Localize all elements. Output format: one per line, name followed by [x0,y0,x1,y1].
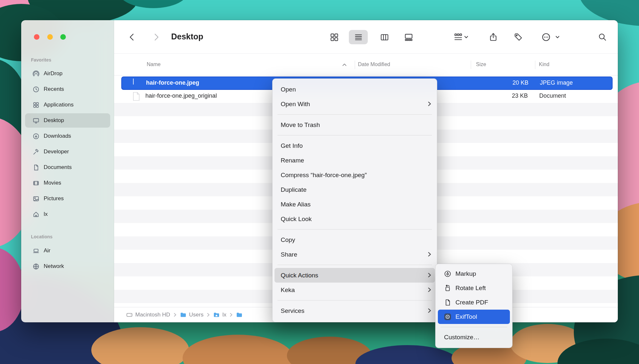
grid-view-button[interactable] [328,31,340,43]
document-file-icon [132,92,140,101]
path-item-home[interactable]: lx [213,312,226,318]
group-button[interactable] [452,31,464,43]
chevron-right-icon [428,252,431,257]
sidebar-item-movies[interactable]: Movies [25,176,110,190]
column-divider [471,61,471,69]
menu-item-share[interactable]: Share [273,247,437,262]
rotate-left-icon [444,285,451,292]
submenu-item-customize[interactable]: Customize… [436,330,512,344]
sidebar-item-label: Network [44,263,64,270]
sidebar-item-label: AirDrop [44,70,63,77]
menu-item-open[interactable]: Open [273,82,437,97]
globe-icon [33,263,39,270]
zoom-button[interactable] [60,34,66,40]
file-name: hair-force-one.jpeg_original [145,90,217,102]
column-header-size[interactable]: Size [476,54,486,75]
share-button[interactable] [487,31,499,43]
path-item-users[interactable]: Users [180,312,203,318]
minimize-button[interactable] [47,34,53,40]
film-icon [33,180,39,187]
gallery-view-button[interactable] [403,31,414,43]
sidebar-item-label: Developer [44,148,69,155]
column-header-kind[interactable]: Kind [539,54,549,75]
group-chevron-down-icon[interactable] [464,31,469,43]
file-kind: JPEG image [540,77,573,89]
menu-item-make-alias[interactable]: Make Alias [273,197,437,212]
sidebar-item-network[interactable]: Network [25,259,110,273]
sidebar-item-recents[interactable]: Recents [25,82,110,96]
sidebar-item-developer[interactable]: Developer [25,145,110,159]
image-thumbnail [133,79,134,85]
chevron-right-icon [428,102,431,106]
sidebar-item-label: Desktop [44,117,64,124]
sidebar-item-label: lx [44,211,48,217]
submenu-item-create-pdf[interactable]: Create PDF [436,295,512,310]
submenu-item-exiftool[interactable]: ExifTool [438,310,510,324]
airdrop-icon [33,70,39,77]
forward-button[interactable] [150,31,162,43]
clock-icon [33,86,39,93]
chevron-right-icon [428,287,431,292]
file-name: hair-force-one.jpeg [146,77,199,89]
sidebar-item-home[interactable]: lx [25,207,110,221]
sidebar-item-documents[interactable]: Documents [25,160,110,175]
menu-item-services[interactable]: Services [273,303,437,318]
columns-view-button[interactable] [379,31,390,43]
menu-item-move-to-trash[interactable]: Move to Trash [273,118,437,132]
sidebar-item-applications[interactable]: Applications [25,98,110,112]
file-size: 20 KB [461,77,528,89]
menu-item-compress[interactable]: Compress “hair-force-one.jpeg” [273,168,437,182]
markup-icon [444,270,451,277]
sidebar-item-desktop[interactable]: Desktop [25,113,110,128]
menu-separator [440,327,507,327]
chevron-right-icon [230,313,232,317]
sidebar-item-airdrop[interactable]: AirDrop [25,66,110,81]
laptop-icon [33,247,39,254]
path-item-macintosh-hd[interactable]: Macintosh HD [126,312,170,318]
sort-ascending-icon [342,63,347,66]
favorites-heading: Favorites [31,57,51,63]
column-header-row: Name Date Modified Size Kind [114,53,618,76]
submenu-item-markup[interactable]: Markup [436,267,512,281]
column-divider [355,61,355,69]
menu-item-duplicate[interactable]: Duplicate [273,182,437,197]
chevron-right-icon [428,308,431,313]
document-icon [33,164,39,171]
menu-item-open-with[interactable]: Open With [273,97,437,111]
more-chevron-down-icon[interactable] [555,31,560,43]
chevron-right-icon [428,273,431,277]
sidebar-item-label: Downloads [44,133,71,139]
column-header-date-modified[interactable]: Date Modified [358,54,390,75]
search-button[interactable] [597,31,608,43]
menu-item-keka[interactable]: Keka [273,283,437,297]
menu-separator [277,135,432,135]
path-item-folder[interactable] [236,312,245,318]
tag-button[interactable] [513,31,524,43]
more-button[interactable] [540,31,552,43]
sidebar-item-label: Documents [44,164,72,171]
sidebar-item-air[interactable]: Air [25,244,110,258]
menu-item-quick-look[interactable]: Quick Look [273,212,437,226]
file-size: 23 KB [460,90,528,102]
sidebar-item-pictures[interactable]: Pictures [25,191,110,206]
window-title: Desktop [171,32,203,41]
menu-separator [277,114,432,115]
back-button[interactable] [126,31,138,43]
context-menu: Open Open With Move to Trash Get Info Re… [272,78,437,322]
menu-item-copy[interactable]: Copy [273,232,437,247]
sidebar-item-downloads[interactable]: Downloads [25,129,110,143]
menu-item-quick-actions[interactable]: Quick Actions [275,268,435,283]
sidebar-item-label: Recents [44,86,64,92]
menu-item-get-info[interactable]: Get Info [273,138,437,153]
menu-item-rename[interactable]: Rename [273,153,437,168]
submenu-item-rotate-left[interactable]: Rotate Left [436,281,512,295]
close-button[interactable] [34,34,39,40]
photo-icon [33,195,39,202]
column-header-name[interactable]: Name [147,54,161,75]
sidebar-item-label: Movies [44,180,61,186]
folder-icon [180,312,186,318]
chevron-right-icon [174,313,176,317]
menu-separator [277,229,432,230]
applications-icon [33,102,39,108]
list-view-button[interactable] [352,31,364,43]
